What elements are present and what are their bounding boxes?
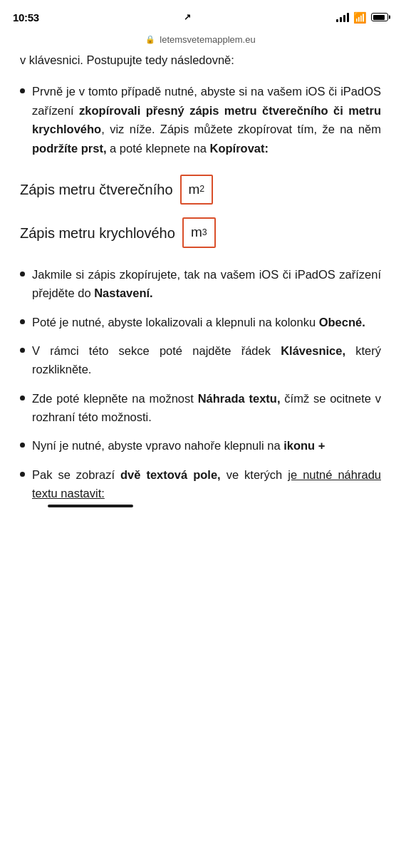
square-meter-symbol[interactable]: m2 bbox=[180, 175, 214, 205]
list-item: Poté je nutné, abyste lokalizovali a kle… bbox=[20, 313, 381, 331]
list-item: Nyní je nutné, abyste vpravo nahoře klep… bbox=[20, 436, 381, 455]
list-item: Pak se zobrazí dvě textová pole, ve kter… bbox=[20, 465, 381, 507]
intro-paragraph: v klávesnici. Postupujte tedy následovně… bbox=[20, 51, 381, 69]
status-bar: 10:53 ↗ 📶 bbox=[0, 0, 401, 31]
cubic-meter-symbol[interactable]: m3 bbox=[182, 217, 216, 247]
bullet-list-1: Prvně je v tomto případě nutné, abyste s… bbox=[20, 82, 381, 157]
list-item: Jakmile si zápis zkopírujete, tak na vaš… bbox=[20, 265, 381, 303]
bullet-dot bbox=[20, 443, 25, 448]
cubic-meter-row: Zápis metru krychlového m3 bbox=[20, 217, 381, 247]
list-item: V rámci této sekce poté najděte řádek Kl… bbox=[20, 341, 381, 379]
bullet-text: Jakmile si zápis zkopírujete, tak na vaš… bbox=[32, 265, 381, 303]
bullet-list-2: Jakmile si zápis zkopírujete, tak na vaš… bbox=[20, 265, 381, 507]
address-bar: 🔒 letemsvetemapplem.eu bbox=[0, 31, 401, 51]
cubic-meter-label: Zápis metru krychlového bbox=[20, 222, 175, 244]
bullet-dot bbox=[20, 272, 25, 277]
bullet-dot bbox=[20, 88, 25, 93]
symbol-section: Zápis metru čtverečního m2 Zápis metru k… bbox=[20, 175, 381, 248]
bullet-dot bbox=[20, 348, 25, 353]
bullet-text: Pak se zobrazí dvě textová pole, ve kter… bbox=[32, 465, 381, 507]
square-meter-row: Zápis metru čtverečního m2 bbox=[20, 175, 381, 205]
wifi-icon: 📶 bbox=[353, 12, 367, 23]
list-item: Zde poté klepněte na možnost Náhrada tex… bbox=[20, 389, 381, 427]
article-content: v klávesnici. Postupujte tedy následovně… bbox=[0, 51, 401, 536]
bullet-dot bbox=[20, 472, 25, 477]
bullet-text: V rámci této sekce poté najděte řádek Kl… bbox=[32, 341, 381, 379]
bullet-text: Prvně je v tomto případě nutné, abyste s… bbox=[32, 82, 381, 157]
location-icon: ↗ bbox=[184, 12, 191, 22]
bullet-text: Poté je nutné, abyste lokalizovali a kle… bbox=[32, 313, 381, 331]
square-meter-label: Zápis metru čtverečního bbox=[20, 178, 173, 201]
domain-label: letemsvetemapplem.eu bbox=[160, 34, 255, 45]
signal-strength-icon bbox=[336, 12, 349, 22]
lock-icon: 🔒 bbox=[145, 35, 155, 44]
bullet-dot bbox=[20, 319, 25, 324]
underline-bar bbox=[48, 505, 133, 507]
bullet-dot bbox=[20, 396, 25, 401]
bullet-text: Nyní je nutné, abyste vpravo nahoře klep… bbox=[32, 436, 381, 455]
list-item: Prvně je v tomto případě nutné, abyste s… bbox=[20, 82, 381, 157]
bullet-text: Zde poté klepněte na možnost Náhrada tex… bbox=[32, 389, 381, 427]
status-icons: 📶 bbox=[336, 12, 388, 23]
status-time: 10:53 bbox=[13, 11, 39, 24]
battery-icon bbox=[371, 13, 388, 21]
